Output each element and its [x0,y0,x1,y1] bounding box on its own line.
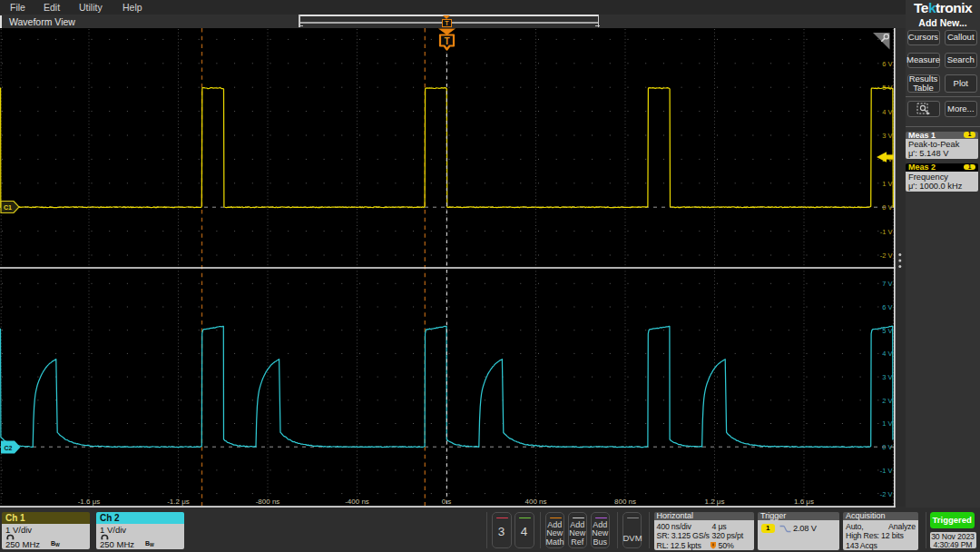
svg-text:-2 V: -2 V [880,490,893,498]
svg-text:1 V: 1 V [882,180,892,188]
svg-text:4 V: 4 V [882,350,892,358]
svg-text:800 ns: 800 ns [614,498,636,506]
svg-text:C1: C1 [4,204,12,211]
svg-text:-1.2 μs: -1.2 μs [167,498,190,506]
svg-text:-1 V: -1 V [880,228,893,236]
svg-text:400 ns: 400 ns [524,498,546,506]
svg-text:-1 V: -1 V [880,467,893,475]
svg-text:7 V: 7 V [882,280,892,288]
svg-text:3 V: 3 V [882,373,892,381]
svg-text:3 V: 3 V [882,132,892,140]
svg-text:6 V: 6 V [882,303,892,311]
svg-text:-800 ns: -800 ns [256,498,280,506]
svg-text:1.2 μs: 1.2 μs [705,498,725,506]
svg-text:-2 V: -2 V [880,251,893,260]
svg-text:4 V: 4 V [882,108,892,116]
svg-text:T: T [444,36,449,46]
svg-text:1 V: 1 V [882,419,892,428]
svg-text:2 V: 2 V [882,397,892,405]
svg-text:1.6 μs: 1.6 μs [794,498,814,506]
svg-text:6 V: 6 V [882,60,892,68]
svg-text:-400 ns: -400 ns [345,498,369,506]
svg-text:C2: C2 [5,445,13,451]
svg-text:-1.6 μs: -1.6 μs [78,498,101,506]
